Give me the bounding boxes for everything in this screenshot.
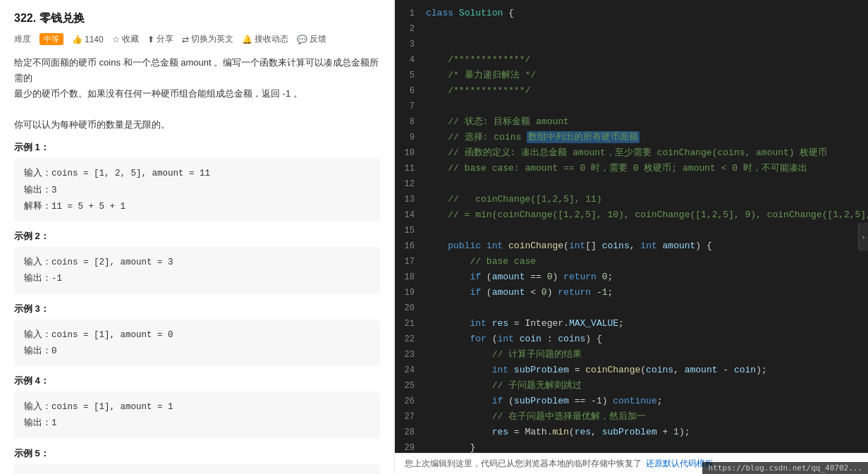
code-line-20: 20 xyxy=(395,300,868,316)
lang-switch-button[interactable]: ⇄ 切换为英文 xyxy=(182,33,233,45)
feedback-label: 反馈 xyxy=(310,33,326,45)
code-line-13: 13 // coinChange([1,2,5], 11) xyxy=(395,192,868,207)
desc-line-3: 你可以认为每种硬币的数量是无限的。 xyxy=(14,117,380,133)
feedback-button[interactable]: 💬 反馈 xyxy=(297,33,326,45)
code-line-21: 21 int res = Integer.MAX_VALUE; xyxy=(395,316,868,332)
expand-handle[interactable]: › xyxy=(858,223,868,251)
star-icon: ☆ xyxy=(112,35,120,44)
code-line-29: 29 } xyxy=(395,440,868,453)
code-line-17: 17 // base case xyxy=(395,254,868,269)
example-3-line-2: 输出：0 xyxy=(24,346,57,356)
chevron-right-icon: › xyxy=(862,233,864,241)
code-line-2: 2 xyxy=(395,21,868,37)
code-line-5: 5 /* 暴力递归解法 */ xyxy=(395,68,868,83)
code-line-9: 9 // 选择: coins 数组中列出的所有硬币面额 xyxy=(395,130,868,145)
url-bar: https://blog.csdn.net/qq_40702... xyxy=(702,462,868,474)
difficulty-badge: 中等 xyxy=(39,33,63,45)
collect-label: 收藏 xyxy=(122,33,139,45)
example-4-line-1: 输入：coins = [1], amount = 1 xyxy=(24,402,173,412)
code-line-11: 11 // base case: amount == 0 时，需要 0 枚硬币;… xyxy=(395,161,868,176)
code-line-14: 14 // = min(coinChange([1,2,5], 10), coi… xyxy=(395,207,868,223)
example-block-2: 输入：coins = [2], amount = 3 输出：-1 xyxy=(14,247,380,294)
code-line-8: 8 // 状态: 目标金额 amount xyxy=(395,114,868,130)
example-title-3: 示例 3： xyxy=(14,303,380,315)
example-title-5: 示例 5： xyxy=(14,447,380,460)
example-title-4: 示例 4： xyxy=(14,375,380,387)
code-line-6: 6 /*************/ xyxy=(395,83,868,99)
share-icon: ⬆ xyxy=(147,35,154,44)
code-line-18: 18 if (amount == 0) return 0; xyxy=(395,269,868,285)
example-3-line-1: 输入：coins = [1], amount = 0 xyxy=(24,330,173,340)
desc-line-2: 最少的硬币个数。如果没有任何一种硬币组合能组成总金额，返回 -1 。 xyxy=(14,86,380,102)
desc-line-1: 给定不同面额的硬币 coins 和一个总金额 amount 。编写一个函数来计算… xyxy=(14,55,380,86)
code-line-25: 25 // 子问题无解则跳过 xyxy=(395,378,868,394)
code-line-24: 24 int subProblem = coinChange(coins, am… xyxy=(395,363,868,378)
restore-message: 您上次编辑到这里，代码已从您浏览器本地的临时存储中恢复了 xyxy=(405,458,642,470)
code-panel: 1 class Solution { 2 3 4 /*************/… xyxy=(395,0,868,474)
share-label: 分享 xyxy=(157,33,173,45)
example-1-line-1: 输入：coins = [1, 2, 5], amount = 11 xyxy=(24,169,210,178)
code-line-19: 19 if (amount < 0) return -1; xyxy=(395,285,868,300)
lang-switch-label: 切换为英文 xyxy=(191,33,233,45)
meta-row: 难度 中等 👍 1140 ☆ 收藏 ⬆ 分享 ⇄ 切换为英文 🔔 接收动态 💬 … xyxy=(14,33,380,45)
likes-count: 1140 xyxy=(85,35,104,44)
code-line-27: 27 // 在子问题中选择最优解，然后加一 xyxy=(395,409,868,425)
code-line-1: 1 class Solution { xyxy=(395,6,868,21)
problem-panel: 322. 零钱兑换 难度 中等 👍 1140 ☆ 收藏 ⬆ 分享 ⇄ 切换为英文… xyxy=(0,0,395,474)
translate-icon: ⇄ xyxy=(182,35,189,44)
chat-icon: 💬 xyxy=(297,35,307,44)
code-line-3: 3 xyxy=(395,37,868,52)
example-title-2: 示例 2： xyxy=(14,230,380,243)
example-1-line-3: 解释：11 = 5 + 5 + 1 xyxy=(24,202,126,212)
difficulty-label: 难度 xyxy=(14,33,31,45)
code-line-26: 26 if (subProblem == -1) continue; xyxy=(395,394,868,409)
bell-icon: 🔔 xyxy=(242,35,252,44)
example-title-1: 示例 1： xyxy=(14,141,380,154)
code-line-16: 16 public int coinChange(int[] coins, in… xyxy=(395,238,868,254)
code-line-15: 15 xyxy=(395,223,868,238)
share-button[interactable]: ⬆ 分享 xyxy=(147,33,173,45)
example-block-3: 输入：coins = [1], amount = 0 输出：0 xyxy=(14,320,380,367)
example-block-5: 输入：coins = [1], amount = 2 输出：2 xyxy=(14,464,380,474)
example-2-line-1: 输入：coins = [2], amount = 3 xyxy=(24,257,173,267)
code-line-28: 28 res = Math.min(res, subProblem + 1); xyxy=(395,425,868,440)
collect-button[interactable]: ☆ 收藏 xyxy=(112,33,139,45)
example-2-line-2: 输出：-1 xyxy=(24,274,62,284)
problem-description: 给定不同面额的硬币 coins 和一个总金额 amount 。编写一个函数来计算… xyxy=(14,55,380,133)
code-line-22: 22 for (int coin : coins) { xyxy=(395,332,868,347)
code-line-4: 4 /*************/ xyxy=(395,52,868,68)
example-4-line-2: 输出：1 xyxy=(24,418,57,428)
code-line-10: 10 // 函数的定义: 凑出总金额 amount，至少需要 coinChang… xyxy=(395,145,868,161)
likes-button[interactable]: 👍 1140 xyxy=(72,35,104,44)
code-line-7: 7 xyxy=(395,99,868,114)
example-block-1: 输入：coins = [1, 2, 5], amount = 11 输出：3 解… xyxy=(14,158,380,221)
example-block-4: 输入：coins = [1], amount = 1 输出：1 xyxy=(14,391,380,439)
code-editor[interactable]: 1 class Solution { 2 3 4 /*************/… xyxy=(395,0,868,453)
thumbs-up-icon: 👍 xyxy=(72,35,82,44)
code-line-12: 12 xyxy=(395,176,868,192)
problem-title: 322. 零钱兑换 xyxy=(14,11,380,26)
code-line-23: 23 // 计算子问题的结果 xyxy=(395,347,868,363)
notify-button[interactable]: 🔔 接收动态 xyxy=(242,33,288,45)
example-1-line-2: 输出：3 xyxy=(24,186,57,195)
notify-label: 接收动态 xyxy=(255,33,288,45)
